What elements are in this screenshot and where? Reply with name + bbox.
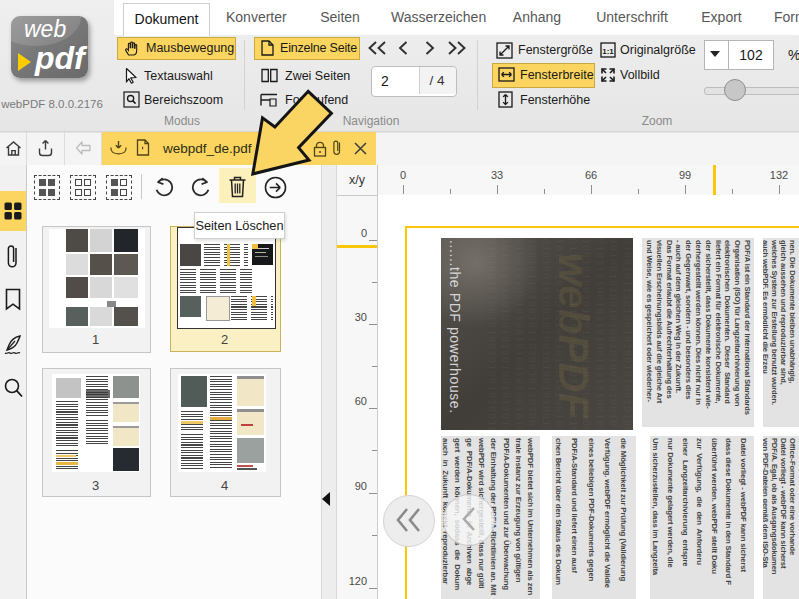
svg-text:1:1: 1:1: [602, 47, 614, 56]
